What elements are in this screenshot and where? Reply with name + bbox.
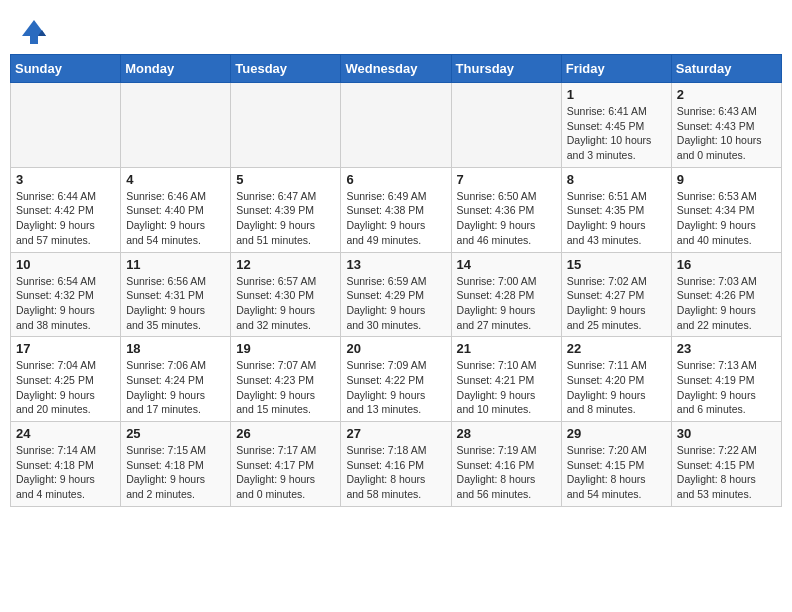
day-info: Sunrise: 6:51 AM Sunset: 4:35 PM Dayligh…: [567, 189, 666, 248]
day-info: Sunrise: 7:00 AM Sunset: 4:28 PM Dayligh…: [457, 274, 556, 333]
calendar-cell: [341, 83, 451, 168]
calendar-cell: 26Sunrise: 7:17 AM Sunset: 4:17 PM Dayli…: [231, 422, 341, 507]
calendar-cell: 27Sunrise: 7:18 AM Sunset: 4:16 PM Dayli…: [341, 422, 451, 507]
day-info: Sunrise: 6:56 AM Sunset: 4:31 PM Dayligh…: [126, 274, 225, 333]
calendar-cell: 8Sunrise: 6:51 AM Sunset: 4:35 PM Daylig…: [561, 167, 671, 252]
day-info: Sunrise: 7:10 AM Sunset: 4:21 PM Dayligh…: [457, 358, 556, 417]
calendar-cell: [121, 83, 231, 168]
calendar-cell: [451, 83, 561, 168]
calendar-cell: 13Sunrise: 6:59 AM Sunset: 4:29 PM Dayli…: [341, 252, 451, 337]
day-info: Sunrise: 6:43 AM Sunset: 4:43 PM Dayligh…: [677, 104, 776, 163]
day-number: 5: [236, 172, 335, 187]
calendar-cell: 23Sunrise: 7:13 AM Sunset: 4:19 PM Dayli…: [671, 337, 781, 422]
weekday-header-saturday: Saturday: [671, 55, 781, 83]
calendar-cell: [11, 83, 121, 168]
day-info: Sunrise: 6:44 AM Sunset: 4:42 PM Dayligh…: [16, 189, 115, 248]
calendar-body: 1Sunrise: 6:41 AM Sunset: 4:45 PM Daylig…: [11, 83, 782, 507]
day-number: 13: [346, 257, 445, 272]
calendar-cell: 25Sunrise: 7:15 AM Sunset: 4:18 PM Dayli…: [121, 422, 231, 507]
day-number: 10: [16, 257, 115, 272]
weekday-header-wednesday: Wednesday: [341, 55, 451, 83]
calendar-cell: 1Sunrise: 6:41 AM Sunset: 4:45 PM Daylig…: [561, 83, 671, 168]
day-number: 7: [457, 172, 556, 187]
weekday-header-sunday: Sunday: [11, 55, 121, 83]
day-number: 18: [126, 341, 225, 356]
day-info: Sunrise: 7:22 AM Sunset: 4:15 PM Dayligh…: [677, 443, 776, 502]
week-row-1: 1Sunrise: 6:41 AM Sunset: 4:45 PM Daylig…: [11, 83, 782, 168]
calendar-cell: 15Sunrise: 7:02 AM Sunset: 4:27 PM Dayli…: [561, 252, 671, 337]
day-info: Sunrise: 7:20 AM Sunset: 4:15 PM Dayligh…: [567, 443, 666, 502]
day-number: 27: [346, 426, 445, 441]
day-number: 28: [457, 426, 556, 441]
day-number: 24: [16, 426, 115, 441]
calendar-cell: 14Sunrise: 7:00 AM Sunset: 4:28 PM Dayli…: [451, 252, 561, 337]
calendar-cell: 3Sunrise: 6:44 AM Sunset: 4:42 PM Daylig…: [11, 167, 121, 252]
day-info: Sunrise: 7:09 AM Sunset: 4:22 PM Dayligh…: [346, 358, 445, 417]
calendar-cell: 29Sunrise: 7:20 AM Sunset: 4:15 PM Dayli…: [561, 422, 671, 507]
day-number: 4: [126, 172, 225, 187]
calendar-cell: 18Sunrise: 7:06 AM Sunset: 4:24 PM Dayli…: [121, 337, 231, 422]
calendar-table: SundayMondayTuesdayWednesdayThursdayFrid…: [10, 54, 782, 507]
day-number: 25: [126, 426, 225, 441]
day-number: 22: [567, 341, 666, 356]
day-info: Sunrise: 7:03 AM Sunset: 4:26 PM Dayligh…: [677, 274, 776, 333]
day-info: Sunrise: 6:59 AM Sunset: 4:29 PM Dayligh…: [346, 274, 445, 333]
calendar-cell: 11Sunrise: 6:56 AM Sunset: 4:31 PM Dayli…: [121, 252, 231, 337]
weekday-header-thursday: Thursday: [451, 55, 561, 83]
day-number: 30: [677, 426, 776, 441]
week-row-4: 17Sunrise: 7:04 AM Sunset: 4:25 PM Dayli…: [11, 337, 782, 422]
day-info: Sunrise: 7:17 AM Sunset: 4:17 PM Dayligh…: [236, 443, 335, 502]
weekday-header-tuesday: Tuesday: [231, 55, 341, 83]
logo-icon: [18, 16, 50, 48]
day-info: Sunrise: 7:04 AM Sunset: 4:25 PM Dayligh…: [16, 358, 115, 417]
calendar-cell: 7Sunrise: 6:50 AM Sunset: 4:36 PM Daylig…: [451, 167, 561, 252]
calendar-cell: 2Sunrise: 6:43 AM Sunset: 4:43 PM Daylig…: [671, 83, 781, 168]
week-row-3: 10Sunrise: 6:54 AM Sunset: 4:32 PM Dayli…: [11, 252, 782, 337]
calendar-cell: 28Sunrise: 7:19 AM Sunset: 4:16 PM Dayli…: [451, 422, 561, 507]
day-info: Sunrise: 6:46 AM Sunset: 4:40 PM Dayligh…: [126, 189, 225, 248]
day-number: 2: [677, 87, 776, 102]
day-number: 9: [677, 172, 776, 187]
day-number: 15: [567, 257, 666, 272]
day-info: Sunrise: 6:49 AM Sunset: 4:38 PM Dayligh…: [346, 189, 445, 248]
day-info: Sunrise: 6:54 AM Sunset: 4:32 PM Dayligh…: [16, 274, 115, 333]
day-number: 21: [457, 341, 556, 356]
day-info: Sunrise: 7:13 AM Sunset: 4:19 PM Dayligh…: [677, 358, 776, 417]
day-number: 26: [236, 426, 335, 441]
calendar-header: SundayMondayTuesdayWednesdayThursdayFrid…: [11, 55, 782, 83]
calendar-cell: 22Sunrise: 7:11 AM Sunset: 4:20 PM Dayli…: [561, 337, 671, 422]
day-number: 6: [346, 172, 445, 187]
calendar-cell: 17Sunrise: 7:04 AM Sunset: 4:25 PM Dayli…: [11, 337, 121, 422]
calendar-cell: 16Sunrise: 7:03 AM Sunset: 4:26 PM Dayli…: [671, 252, 781, 337]
day-info: Sunrise: 6:57 AM Sunset: 4:30 PM Dayligh…: [236, 274, 335, 333]
day-number: 29: [567, 426, 666, 441]
week-row-5: 24Sunrise: 7:14 AM Sunset: 4:18 PM Dayli…: [11, 422, 782, 507]
day-info: Sunrise: 7:06 AM Sunset: 4:24 PM Dayligh…: [126, 358, 225, 417]
calendar-cell: 5Sunrise: 6:47 AM Sunset: 4:39 PM Daylig…: [231, 167, 341, 252]
page-header: [10, 10, 782, 48]
calendar-cell: 6Sunrise: 6:49 AM Sunset: 4:38 PM Daylig…: [341, 167, 451, 252]
weekday-header-friday: Friday: [561, 55, 671, 83]
day-number: 14: [457, 257, 556, 272]
logo: [18, 16, 54, 48]
day-number: 20: [346, 341, 445, 356]
day-number: 12: [236, 257, 335, 272]
day-number: 3: [16, 172, 115, 187]
calendar-cell: [231, 83, 341, 168]
calendar-cell: 20Sunrise: 7:09 AM Sunset: 4:22 PM Dayli…: [341, 337, 451, 422]
calendar-cell: 10Sunrise: 6:54 AM Sunset: 4:32 PM Dayli…: [11, 252, 121, 337]
week-row-2: 3Sunrise: 6:44 AM Sunset: 4:42 PM Daylig…: [11, 167, 782, 252]
weekday-header-monday: Monday: [121, 55, 231, 83]
day-number: 19: [236, 341, 335, 356]
day-number: 16: [677, 257, 776, 272]
day-number: 8: [567, 172, 666, 187]
calendar-cell: 24Sunrise: 7:14 AM Sunset: 4:18 PM Dayli…: [11, 422, 121, 507]
day-info: Sunrise: 7:18 AM Sunset: 4:16 PM Dayligh…: [346, 443, 445, 502]
day-info: Sunrise: 7:11 AM Sunset: 4:20 PM Dayligh…: [567, 358, 666, 417]
calendar-cell: 30Sunrise: 7:22 AM Sunset: 4:15 PM Dayli…: [671, 422, 781, 507]
day-number: 1: [567, 87, 666, 102]
calendar-cell: 19Sunrise: 7:07 AM Sunset: 4:23 PM Dayli…: [231, 337, 341, 422]
day-info: Sunrise: 7:15 AM Sunset: 4:18 PM Dayligh…: [126, 443, 225, 502]
calendar-cell: 9Sunrise: 6:53 AM Sunset: 4:34 PM Daylig…: [671, 167, 781, 252]
day-info: Sunrise: 7:07 AM Sunset: 4:23 PM Dayligh…: [236, 358, 335, 417]
